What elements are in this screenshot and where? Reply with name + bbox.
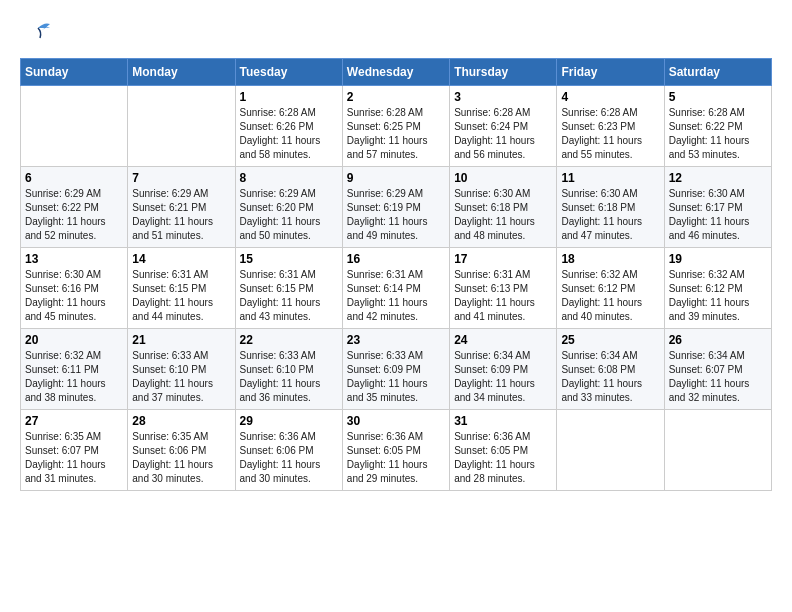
day-number: 17 [454,252,552,266]
calendar-cell [21,86,128,167]
day-info: Sunrise: 6:36 AM Sunset: 6:06 PM Dayligh… [240,430,338,486]
calendar-week-row: 6Sunrise: 6:29 AM Sunset: 6:22 PM Daylig… [21,167,772,248]
day-info: Sunrise: 6:32 AM Sunset: 6:12 PM Dayligh… [561,268,659,324]
day-number: 14 [132,252,230,266]
day-info: Sunrise: 6:28 AM Sunset: 6:22 PM Dayligh… [669,106,767,162]
day-number: 30 [347,414,445,428]
day-number: 26 [669,333,767,347]
calendar-cell: 17Sunrise: 6:31 AM Sunset: 6:13 PM Dayli… [450,248,557,329]
day-number: 20 [25,333,123,347]
day-info: Sunrise: 6:36 AM Sunset: 6:05 PM Dayligh… [454,430,552,486]
calendar-cell [128,86,235,167]
day-of-week-header: Monday [128,59,235,86]
calendar-week-row: 1Sunrise: 6:28 AM Sunset: 6:26 PM Daylig… [21,86,772,167]
day-number: 1 [240,90,338,104]
calendar-cell: 3Sunrise: 6:28 AM Sunset: 6:24 PM Daylig… [450,86,557,167]
day-info: Sunrise: 6:35 AM Sunset: 6:06 PM Dayligh… [132,430,230,486]
day-number: 21 [132,333,230,347]
calendar-cell: 30Sunrise: 6:36 AM Sunset: 6:05 PM Dayli… [342,410,449,491]
day-info: Sunrise: 6:28 AM Sunset: 6:25 PM Dayligh… [347,106,445,162]
calendar-cell: 26Sunrise: 6:34 AM Sunset: 6:07 PM Dayli… [664,329,771,410]
calendar-cell: 2Sunrise: 6:28 AM Sunset: 6:25 PM Daylig… [342,86,449,167]
calendar-week-row: 27Sunrise: 6:35 AM Sunset: 6:07 PM Dayli… [21,410,772,491]
calendar-cell: 25Sunrise: 6:34 AM Sunset: 6:08 PM Dayli… [557,329,664,410]
day-info: Sunrise: 6:30 AM Sunset: 6:18 PM Dayligh… [561,187,659,243]
calendar-cell: 1Sunrise: 6:28 AM Sunset: 6:26 PM Daylig… [235,86,342,167]
calendar-cell: 8Sunrise: 6:29 AM Sunset: 6:20 PM Daylig… [235,167,342,248]
calendar-cell: 19Sunrise: 6:32 AM Sunset: 6:12 PM Dayli… [664,248,771,329]
day-info: Sunrise: 6:28 AM Sunset: 6:26 PM Dayligh… [240,106,338,162]
calendar-cell: 24Sunrise: 6:34 AM Sunset: 6:09 PM Dayli… [450,329,557,410]
day-number: 24 [454,333,552,347]
calendar-cell: 27Sunrise: 6:35 AM Sunset: 6:07 PM Dayli… [21,410,128,491]
day-number: 3 [454,90,552,104]
day-number: 8 [240,171,338,185]
calendar-cell: 4Sunrise: 6:28 AM Sunset: 6:23 PM Daylig… [557,86,664,167]
day-number: 7 [132,171,230,185]
day-number: 16 [347,252,445,266]
day-info: Sunrise: 6:36 AM Sunset: 6:05 PM Dayligh… [347,430,445,486]
day-info: Sunrise: 6:29 AM Sunset: 6:20 PM Dayligh… [240,187,338,243]
day-info: Sunrise: 6:34 AM Sunset: 6:07 PM Dayligh… [669,349,767,405]
day-info: Sunrise: 6:29 AM Sunset: 6:22 PM Dayligh… [25,187,123,243]
day-number: 29 [240,414,338,428]
day-number: 6 [25,171,123,185]
day-info: Sunrise: 6:35 AM Sunset: 6:07 PM Dayligh… [25,430,123,486]
day-number: 22 [240,333,338,347]
calendar-cell: 21Sunrise: 6:33 AM Sunset: 6:10 PM Dayli… [128,329,235,410]
day-number: 2 [347,90,445,104]
calendar-week-row: 20Sunrise: 6:32 AM Sunset: 6:11 PM Dayli… [21,329,772,410]
day-number: 28 [132,414,230,428]
calendar-cell: 12Sunrise: 6:30 AM Sunset: 6:17 PM Dayli… [664,167,771,248]
day-info: Sunrise: 6:30 AM Sunset: 6:16 PM Dayligh… [25,268,123,324]
day-info: Sunrise: 6:32 AM Sunset: 6:12 PM Dayligh… [669,268,767,324]
calendar-cell: 13Sunrise: 6:30 AM Sunset: 6:16 PM Dayli… [21,248,128,329]
day-number: 19 [669,252,767,266]
calendar-cell: 9Sunrise: 6:29 AM Sunset: 6:19 PM Daylig… [342,167,449,248]
day-info: Sunrise: 6:33 AM Sunset: 6:09 PM Dayligh… [347,349,445,405]
day-of-week-header: Tuesday [235,59,342,86]
day-of-week-header: Saturday [664,59,771,86]
day-number: 5 [669,90,767,104]
day-info: Sunrise: 6:31 AM Sunset: 6:15 PM Dayligh… [240,268,338,324]
day-of-week-header: Thursday [450,59,557,86]
day-number: 18 [561,252,659,266]
calendar-cell [664,410,771,491]
day-number: 11 [561,171,659,185]
day-info: Sunrise: 6:32 AM Sunset: 6:11 PM Dayligh… [25,349,123,405]
day-info: Sunrise: 6:34 AM Sunset: 6:08 PM Dayligh… [561,349,659,405]
calendar-cell: 20Sunrise: 6:32 AM Sunset: 6:11 PM Dayli… [21,329,128,410]
calendar-cell: 18Sunrise: 6:32 AM Sunset: 6:12 PM Dayli… [557,248,664,329]
day-of-week-header: Wednesday [342,59,449,86]
day-info: Sunrise: 6:31 AM Sunset: 6:15 PM Dayligh… [132,268,230,324]
day-info: Sunrise: 6:29 AM Sunset: 6:19 PM Dayligh… [347,187,445,243]
day-info: Sunrise: 6:30 AM Sunset: 6:18 PM Dayligh… [454,187,552,243]
day-number: 4 [561,90,659,104]
calendar-cell [557,410,664,491]
day-info: Sunrise: 6:33 AM Sunset: 6:10 PM Dayligh… [240,349,338,405]
day-number: 9 [347,171,445,185]
day-number: 15 [240,252,338,266]
calendar-cell: 11Sunrise: 6:30 AM Sunset: 6:18 PM Dayli… [557,167,664,248]
logo [20,20,52,48]
day-info: Sunrise: 6:28 AM Sunset: 6:24 PM Dayligh… [454,106,552,162]
calendar-table: SundayMondayTuesdayWednesdayThursdayFrid… [20,58,772,491]
calendar-cell: 22Sunrise: 6:33 AM Sunset: 6:10 PM Dayli… [235,329,342,410]
day-info: Sunrise: 6:33 AM Sunset: 6:10 PM Dayligh… [132,349,230,405]
day-of-week-header: Sunday [21,59,128,86]
calendar-cell: 28Sunrise: 6:35 AM Sunset: 6:06 PM Dayli… [128,410,235,491]
calendar-header: SundayMondayTuesdayWednesdayThursdayFrid… [21,59,772,86]
logo-bird-icon [24,20,52,48]
day-number: 27 [25,414,123,428]
day-of-week-header: Friday [557,59,664,86]
calendar-cell: 14Sunrise: 6:31 AM Sunset: 6:15 PM Dayli… [128,248,235,329]
day-number: 12 [669,171,767,185]
day-number: 25 [561,333,659,347]
calendar-cell: 10Sunrise: 6:30 AM Sunset: 6:18 PM Dayli… [450,167,557,248]
day-number: 23 [347,333,445,347]
calendar-cell: 7Sunrise: 6:29 AM Sunset: 6:21 PM Daylig… [128,167,235,248]
page-header [20,20,772,48]
day-info: Sunrise: 6:29 AM Sunset: 6:21 PM Dayligh… [132,187,230,243]
day-number: 31 [454,414,552,428]
day-info: Sunrise: 6:34 AM Sunset: 6:09 PM Dayligh… [454,349,552,405]
